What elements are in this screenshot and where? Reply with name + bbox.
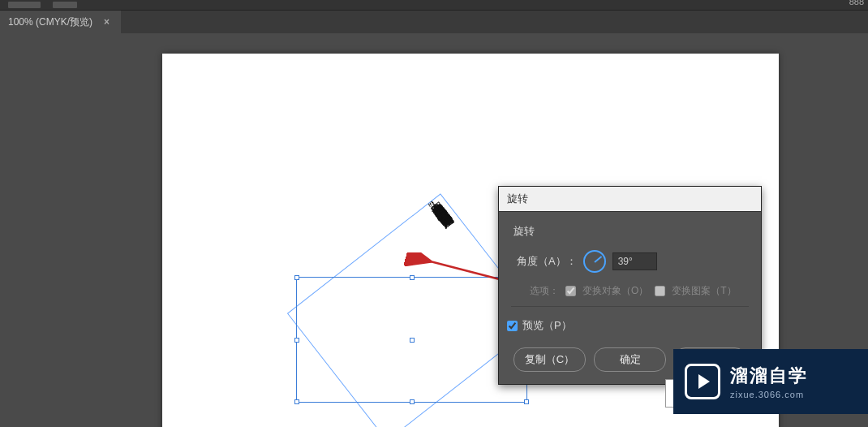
document-tab[interactable]: 100% (CMYK/预览) × [0, 11, 121, 33]
canvas-area[interactable]: 是非成败转头空，青山依旧在，惯看秋月春风。一壶浊酒喜相逢，古今多少事，滚滚长江东… [0, 33, 868, 427]
resize-handle-sw[interactable] [294, 399, 299, 404]
angle-row: 角度（A）： [513, 250, 746, 273]
center-handle[interactable] [410, 338, 415, 343]
options-label: 选项： [530, 284, 559, 298]
copy-button[interactable]: 复制（C） [513, 347, 586, 372]
watermark-url: zixue.3066.com [730, 390, 808, 399]
control-toolbar: 888 [0, 0, 868, 11]
selection-bounding-box [296, 277, 527, 403]
preview-label: 预览（P） [522, 318, 572, 333]
document-tab-label: 100% (CMYK/预览) [8, 15, 92, 29]
watermark: 溜溜自学 zixue.3066.com [673, 349, 868, 414]
preview-row: 预览（P） [507, 318, 746, 333]
angle-dial[interactable] [583, 250, 606, 273]
resize-handle-nw[interactable] [294, 275, 299, 280]
toolbar-seg[interactable] [53, 2, 77, 8]
toolbar-seg[interactable] [8, 2, 41, 8]
close-icon[interactable]: × [101, 16, 113, 28]
resize-handle-n[interactable] [410, 275, 415, 280]
watermark-title: 溜溜自学 [730, 364, 808, 388]
transform-patterns-label: 变换图案（T） [672, 284, 736, 298]
transform-patterns-checkbox [655, 286, 665, 296]
resize-handle-s[interactable] [410, 399, 415, 404]
angle-label: 角度（A）： [517, 254, 577, 269]
selected-object[interactable]: 是非成败转头空，青山依旧在，惯看秋月春风。一壶浊酒喜相逢，古今多少事，滚滚长江东… [296, 277, 527, 403]
preview-checkbox[interactable] [507, 321, 518, 331]
transform-objects-checkbox [565, 286, 576, 296]
dialog-titlebar[interactable]: 旋转 [499, 187, 761, 212]
divider [511, 306, 749, 307]
ok-button[interactable]: 确定 [594, 347, 666, 372]
rotate-section-label: 旋转 [513, 224, 746, 239]
document-tab-bar: 100% (CMYK/预览) × [0, 11, 868, 33]
resize-handle-w[interactable] [294, 338, 299, 343]
right-number: 888 [849, 0, 864, 6]
transform-objects-label: 变换对象（O） [582, 284, 648, 298]
options-row: 选项： 变换对象（O） 变换图案（T） [513, 284, 746, 298]
angle-input[interactable] [612, 252, 657, 270]
resize-handle-se[interactable] [524, 399, 529, 404]
play-icon [685, 364, 720, 399]
